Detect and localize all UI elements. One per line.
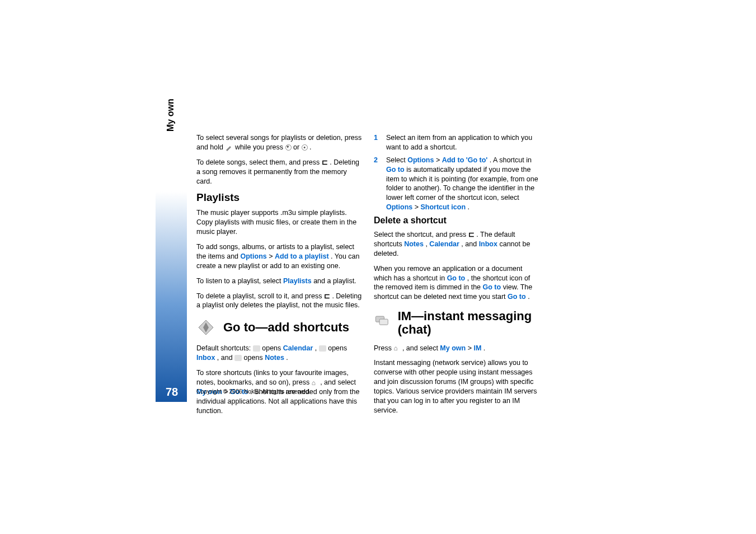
- notes-mini-icon: [234, 355, 242, 361]
- text: >: [468, 344, 474, 352]
- link-options: Options: [407, 156, 434, 164]
- para-playlists-info: The music player supports .m3u simple pl…: [196, 208, 364, 237]
- text: opens: [328, 344, 347, 352]
- link-goto: Go to: [386, 166, 405, 174]
- pencil-icon: [225, 144, 233, 151]
- text: .: [309, 143, 311, 151]
- text: Default shortcuts:: [196, 344, 253, 352]
- text: Select: [386, 156, 407, 164]
- link-im: IM: [473, 344, 481, 352]
- link-shortcut-icon: Shortcut icon: [420, 203, 466, 211]
- link-calendar: Calendar: [283, 344, 313, 352]
- link-add-to-goto: Add to 'Go to': [442, 156, 488, 164]
- text: >: [269, 252, 275, 260]
- para-delete-playlist: To delete a playlist, scroll to it, and …: [196, 292, 364, 311]
- text: , and select: [402, 344, 440, 352]
- text: , and: [217, 354, 234, 362]
- copyright-text: Copyright © 2006 Nokia. All rights reser…: [196, 388, 311, 395]
- para-select-songs: To select several songs for playlists or…: [196, 133, 364, 152]
- nav-down-icon: [285, 144, 292, 151]
- link-goto: Go to: [483, 283, 501, 291]
- text: To delete a playlist, scroll to it, and …: [196, 292, 324, 300]
- heading-goto: Go to—add shortcuts: [223, 320, 349, 335]
- text: while you press: [235, 143, 285, 151]
- text: .: [468, 203, 469, 211]
- link-notes: Notes: [265, 354, 284, 362]
- link-goto: Go to: [508, 293, 526, 301]
- list-item-1: 1 Select an item from an application to …: [374, 133, 542, 152]
- list-text: Select Options > Add to 'Go to' . A shor…: [386, 156, 542, 212]
- section-im-header: IM—instant messaging (chat): [374, 310, 542, 336]
- heading-playlists: Playlists: [196, 191, 364, 204]
- para-default-shortcuts: Default shortcuts: opens Calendar , open…: [196, 344, 364, 363]
- link-inbox: Inbox: [479, 240, 497, 248]
- text: .: [286, 354, 288, 362]
- para-add-songs: To add songs, albums, or artists to a pl…: [196, 242, 364, 271]
- clear-key-icon: ⊏: [324, 292, 330, 300]
- heading-delete-shortcut: Delete a shortcut: [374, 216, 542, 226]
- clear-key-icon: ⊏: [322, 158, 328, 166]
- section-goto-header: Go to—add shortcuts: [196, 318, 364, 337]
- para-delete-songs: To delete songs, select them, and press …: [196, 158, 364, 186]
- text: or: [293, 143, 302, 151]
- page-number: 78: [166, 386, 178, 399]
- text: Press: [374, 344, 393, 352]
- link-add-to-playlist: Add to a playlist: [275, 252, 329, 260]
- side-chapter-label: My own: [166, 99, 176, 132]
- text: opens: [262, 344, 283, 352]
- list-number: 2: [374, 156, 381, 212]
- heading-im: IM—instant messaging (chat): [398, 310, 542, 336]
- svg-rect-3: [379, 319, 388, 325]
- text: >: [436, 156, 442, 164]
- text: To delete songs, select them, and press: [196, 158, 322, 166]
- text: .: [483, 344, 485, 352]
- para-delete-shortcut: Select the shortcut, and press ⊏ . The d…: [374, 230, 542, 259]
- link-inbox: Inbox: [196, 354, 215, 362]
- para-im-desc: Instant messaging (network service) allo…: [374, 358, 542, 415]
- link-notes: Notes: [404, 240, 424, 248]
- link-options: Options: [241, 252, 267, 260]
- clear-key-icon: ⊏: [468, 231, 475, 238]
- left-column: To select several songs for playlists or…: [196, 133, 364, 421]
- inbox-mini-icon: [319, 345, 326, 352]
- link-goto: Go to: [447, 274, 466, 282]
- link-options: Options: [386, 203, 412, 211]
- text: ,: [315, 344, 319, 352]
- menu-key-icon: [312, 380, 318, 386]
- text: opens: [244, 354, 265, 362]
- list-number: 1: [374, 133, 381, 152]
- text: .: [528, 293, 529, 301]
- text: To listen to a playlist, select: [196, 277, 283, 285]
- menu-key-icon: [393, 345, 400, 352]
- calendar-mini-icon: [253, 345, 260, 352]
- para-listen-playlist: To listen to a playlist, select Playlist…: [196, 277, 364, 286]
- text: and a playlist.: [313, 277, 356, 285]
- text: Select the shortcut, and press: [374, 231, 468, 238]
- right-column: 1 Select an item from an application to …: [374, 133, 542, 421]
- list-item-2: 2 Select Options > Add to 'Go to' . A sh…: [374, 156, 542, 212]
- link-playlists: Playlists: [283, 277, 312, 285]
- text: . A shortcut in: [490, 156, 532, 164]
- text: is automatically updated if you move the…: [386, 166, 538, 202]
- list-text: Select an item from an application to wh…: [386, 133, 542, 152]
- nav-center-icon: [302, 144, 308, 151]
- para-im-press: Press , and select My own > IM .: [374, 344, 542, 353]
- text: >: [415, 203, 421, 211]
- para-remove-app: When you remove an application or a docu…: [374, 264, 542, 302]
- text: , and: [461, 240, 478, 248]
- link-my-own: My own: [440, 344, 466, 352]
- link-calendar: Calendar: [429, 240, 459, 248]
- compass-icon: [196, 318, 215, 337]
- text: , and select: [320, 378, 356, 386]
- chat-icon: [374, 313, 390, 332]
